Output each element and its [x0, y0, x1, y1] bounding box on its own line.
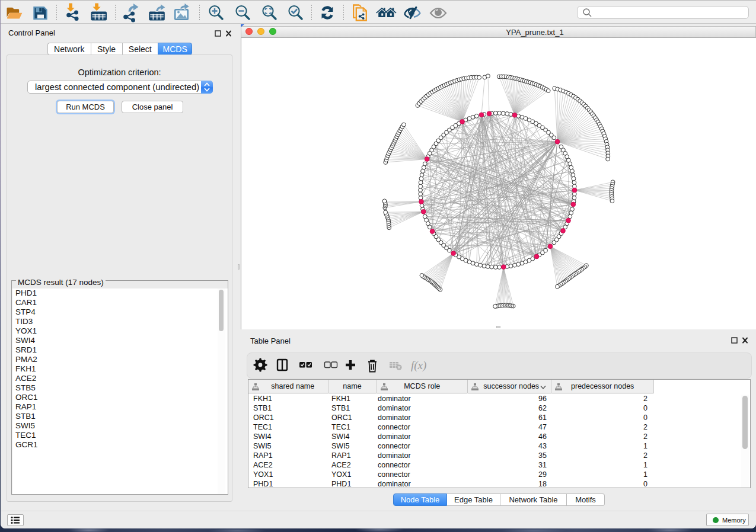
svg-text:f(x): f(x): [411, 359, 426, 372]
